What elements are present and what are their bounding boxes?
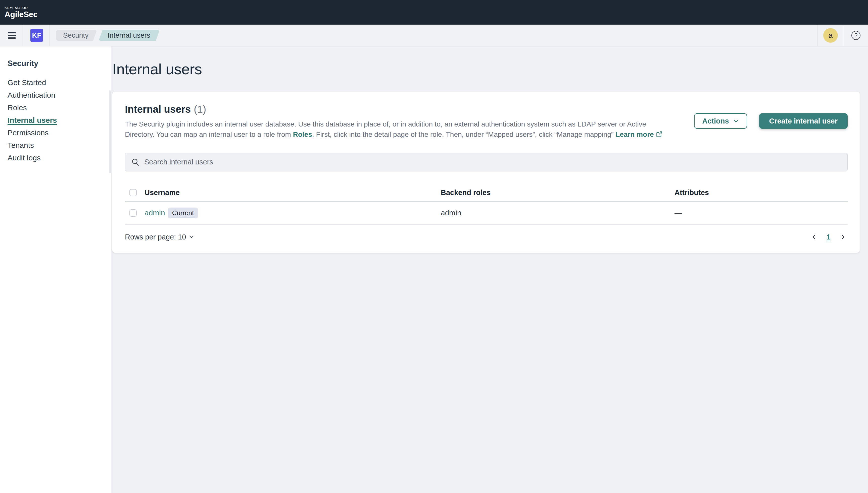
brand-logo: KEYFACTOR AgileSec — [0, 6, 37, 18]
sidebar-nav: Get Started Authentication Roles Interna… — [7, 76, 111, 164]
column-header-backend-roles: Backend roles — [441, 189, 674, 197]
sidebar-scrollbar[interactable] — [109, 90, 111, 173]
sidebar-link-internal-users[interactable]: Internal users — [7, 116, 57, 125]
roles-link[interactable]: Roles — [293, 130, 312, 138]
navbar-divider — [817, 25, 817, 46]
sidebar-link-roles[interactable]: Roles — [7, 103, 27, 112]
actions-button[interactable]: Actions — [694, 113, 747, 129]
panel-count: (1) — [194, 104, 206, 115]
sidebar: Security Get Started Authentication Role… — [0, 46, 111, 493]
menu-hamburger-icon[interactable] — [8, 30, 16, 40]
breadcrumb-security[interactable]: Security — [56, 30, 97, 41]
pagination-bar: Rows per page: 10 1 — [125, 232, 848, 242]
panel-actions: Actions Create internal user — [694, 113, 848, 129]
actions-button-label: Actions — [702, 117, 729, 125]
breadcrumb: Security Internal users — [56, 30, 160, 41]
table-header-row: Username Backend roles Attributes — [125, 184, 848, 201]
select-all-checkbox[interactable] — [129, 189, 137, 196]
sidebar-link-get-started[interactable]: Get Started — [7, 78, 46, 87]
sidebar-item-audit-logs: Audit logs — [7, 152, 111, 164]
navbar-left: KF Security Internal users — [0, 25, 160, 46]
app-logo[interactable]: KF — [31, 29, 43, 42]
navbar-divider — [844, 25, 844, 46]
sidebar-item-authentication: Authentication — [7, 89, 111, 102]
table-row: admin Current admin — — [125, 201, 848, 225]
sidebar-item-roles: Roles — [7, 102, 111, 114]
search-icon — [131, 158, 140, 167]
top-brand-bar: KEYFACTOR AgileSec — [0, 0, 868, 25]
page-number-1[interactable]: 1 — [827, 233, 831, 241]
sidebar-link-authentication[interactable]: Authentication — [7, 91, 55, 100]
sidebar-heading: Security — [7, 59, 111, 68]
next-page-button[interactable] — [838, 232, 848, 242]
row-checkbox[interactable] — [129, 209, 137, 217]
chevron-down-icon — [189, 234, 194, 239]
breadcrumb-internal-users[interactable]: Internal users — [99, 30, 160, 41]
panel-description: The Security plugin includes an internal… — [125, 119, 673, 140]
sidebar-item-tenants: Tenants — [7, 139, 111, 152]
panel-title-text: Internal users — [125, 104, 191, 115]
create-internal-user-button[interactable]: Create internal user — [759, 113, 848, 129]
help-icon[interactable]: ? — [851, 31, 861, 40]
navbar: KF Security Internal users a ? — [0, 25, 868, 46]
attributes-cell: — — [674, 209, 848, 217]
previous-page-button[interactable] — [809, 232, 819, 242]
chevron-down-icon — [733, 118, 739, 124]
column-header-attributes: Attributes — [674, 189, 848, 197]
navbar-right: a ? — [817, 25, 868, 46]
users-table: Username Backend roles Attributes admin … — [125, 184, 848, 225]
internal-users-panel: Internal users (1) The Security plugin i… — [112, 92, 860, 253]
column-header-username: Username — [144, 189, 441, 197]
rows-per-page-button[interactable]: Rows per page: 10 — [125, 233, 194, 241]
description-part2: . First, click into the detail page of t… — [312, 130, 615, 138]
current-badge: Current — [168, 208, 198, 218]
backend-roles-cell: admin — [441, 209, 674, 217]
main-content: Internal users Internal users (1) The Se… — [111, 46, 868, 493]
learn-more-link[interactable]: Learn more — [615, 130, 654, 138]
sidebar-item-get-started: Get Started — [7, 76, 111, 89]
page-title: Internal users — [112, 61, 860, 78]
external-link-icon — [656, 131, 663, 137]
sidebar-link-permissions[interactable]: Permissions — [7, 129, 48, 137]
chevron-right-icon — [840, 234, 846, 240]
brand-product: AgileSec — [4, 10, 37, 18]
brand-company: KEYFACTOR — [4, 6, 37, 9]
search-bar — [125, 153, 848, 171]
search-input[interactable] — [144, 158, 841, 166]
sidebar-link-tenants[interactable]: Tenants — [7, 141, 34, 150]
rows-per-page-label: Rows per page: 10 — [125, 233, 186, 241]
sidebar-item-permissions: Permissions — [7, 127, 111, 139]
sidebar-item-internal-users: Internal users — [7, 114, 111, 127]
username-link[interactable]: admin — [144, 209, 165, 217]
avatar[interactable]: a — [823, 28, 838, 43]
chevron-left-icon — [811, 234, 817, 240]
sidebar-link-audit-logs[interactable]: Audit logs — [7, 154, 41, 162]
navbar-divider — [49, 25, 50, 46]
page-controls: 1 — [809, 232, 848, 242]
